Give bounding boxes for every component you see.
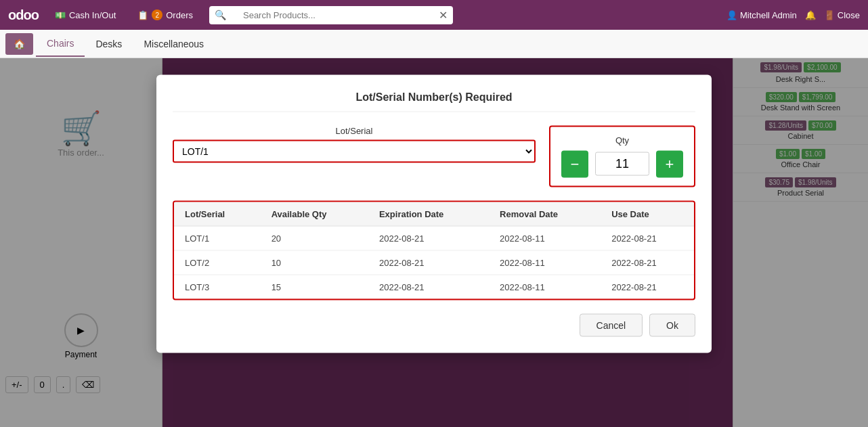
table-cell: 2022-08-11 bbox=[489, 250, 601, 275]
tab-chairs[interactable]: Chairs bbox=[36, 31, 85, 57]
close-icon: 🚪 bbox=[824, 10, 835, 20]
qty-plus-button[interactable]: + bbox=[656, 150, 683, 177]
table-cell: 2022-08-21 bbox=[368, 275, 489, 299]
table-cell: 2022-08-11 bbox=[489, 275, 601, 299]
col-use-date: Use Date bbox=[601, 202, 694, 226]
lot-select[interactable]: LOT/1 LOT/2 LOT/3 bbox=[173, 139, 536, 162]
home-button[interactable]: 🏠 bbox=[5, 33, 33, 55]
search-bar[interactable]: 🔍 ☰ ✕ bbox=[209, 6, 453, 24]
table-cell: 2022-08-21 bbox=[601, 250, 694, 275]
subnav: 🏠 Chairs Desks Miscellaneous bbox=[0, 30, 868, 58]
lot-qty-row: Lot/Serial LOT/1 LOT/2 LOT/3 Qty − + bbox=[173, 125, 695, 187]
orders-badge: 2 bbox=[152, 9, 162, 20]
table-header-row: Lot/Serial Available Qty Expiration Date… bbox=[174, 202, 694, 226]
table-row[interactable]: LOT/1202022-08-212022-08-112022-08-21 bbox=[174, 226, 694, 250]
orders-button[interactable]: 📋 2 Orders bbox=[132, 7, 198, 23]
search-clear-icon[interactable]: ✕ bbox=[439, 9, 448, 22]
table-row[interactable]: LOT/3152022-08-212022-08-112022-08-21 bbox=[174, 275, 694, 299]
table-cell: 15 bbox=[261, 275, 368, 299]
lot-table-wrapper: Lot/Serial Available Qty Expiration Date… bbox=[173, 200, 695, 300]
tab-miscellaneous[interactable]: Miscellaneous bbox=[133, 32, 215, 56]
notifications-icon: 🔔 bbox=[805, 10, 816, 20]
lot-serial-modal: Lot/Serial Number(s) Required Lot/Serial… bbox=[156, 74, 712, 353]
col-removal-date: Removal Date bbox=[489, 202, 601, 226]
orders-icon: 📋 bbox=[137, 10, 148, 20]
modal-title: Lot/Serial Number(s) Required bbox=[173, 91, 695, 112]
qty-input[interactable] bbox=[595, 152, 649, 176]
lot-label: Lot/Serial bbox=[173, 125, 536, 135]
lot-section: Lot/Serial LOT/1 LOT/2 LOT/3 bbox=[173, 125, 536, 187]
search-input[interactable] bbox=[243, 10, 435, 20]
table-cell: LOT/3 bbox=[174, 275, 261, 299]
table-cell: 2022-08-21 bbox=[368, 226, 489, 250]
table-cell: 2022-08-21 bbox=[601, 275, 694, 299]
qty-controls: − + bbox=[561, 150, 683, 177]
qty-section: Qty − + bbox=[549, 125, 695, 187]
list-icon: ☰ bbox=[230, 9, 239, 20]
col-expiration-date: Expiration Date bbox=[368, 202, 489, 226]
search-icon: 🔍 bbox=[215, 9, 226, 20]
close-button[interactable]: 🚪 Close bbox=[824, 10, 860, 20]
lot-table: Lot/Serial Available Qty Expiration Date… bbox=[174, 202, 694, 298]
cash-inout-button[interactable]: 💵 Cash In/Out bbox=[49, 7, 121, 23]
cancel-button[interactable]: Cancel bbox=[580, 313, 643, 336]
notifications-button[interactable]: 🔔 bbox=[805, 10, 816, 20]
col-available-qty: Available Qty bbox=[261, 202, 368, 226]
user-menu[interactable]: 👤 Mitchell Admin bbox=[726, 10, 797, 20]
topbar-right: 👤 Mitchell Admin 🔔 🚪 Close bbox=[726, 10, 860, 20]
table-cell: 2022-08-11 bbox=[489, 226, 601, 250]
topbar: odoo 💵 Cash In/Out 📋 2 Orders 🔍 ☰ ✕ 👤 Mi… bbox=[0, 0, 868, 30]
table-cell: LOT/2 bbox=[174, 250, 261, 275]
cash-icon: 💵 bbox=[55, 10, 66, 20]
table-cell: 2022-08-21 bbox=[368, 250, 489, 275]
table-cell: 10 bbox=[261, 250, 368, 275]
modal-footer: Cancel Ok bbox=[173, 313, 695, 336]
avatar-icon: 👤 bbox=[726, 10, 737, 20]
table-cell: 2022-08-21 bbox=[601, 226, 694, 250]
odoo-logo: odoo bbox=[8, 7, 39, 23]
table-row[interactable]: LOT/2102022-08-212022-08-112022-08-21 bbox=[174, 250, 694, 275]
qty-minus-button[interactable]: − bbox=[561, 150, 588, 177]
ok-button[interactable]: Ok bbox=[649, 313, 695, 336]
table-cell: LOT/1 bbox=[174, 226, 261, 250]
qty-label: Qty bbox=[615, 135, 629, 145]
table-cell: 20 bbox=[261, 226, 368, 250]
col-lot-serial: Lot/Serial bbox=[174, 202, 261, 226]
tab-desks[interactable]: Desks bbox=[85, 32, 133, 56]
